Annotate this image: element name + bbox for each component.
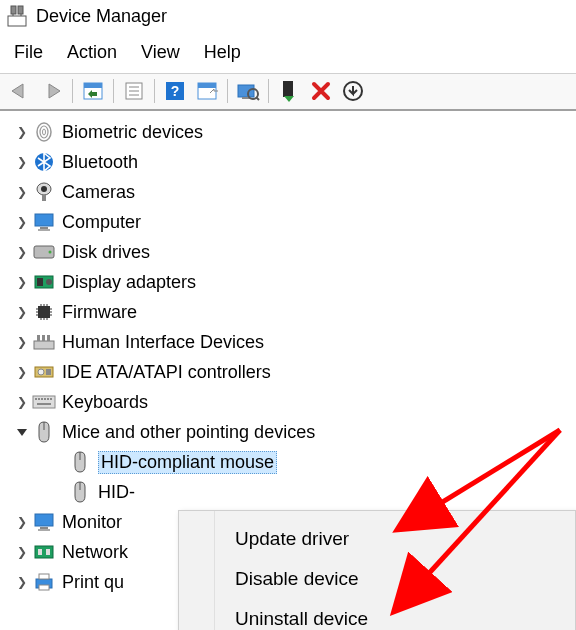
toolbar: ? <box>0 73 576 111</box>
tree-leaf-hid-mouse[interactable]: HID-compliant mouse <box>68 447 576 477</box>
tree-node-ide[interactable]: ❯ IDE ATA/ATAPI controllers <box>12 357 576 387</box>
menu-action[interactable]: Action <box>67 42 117 63</box>
mouse-icon <box>68 451 92 473</box>
svg-rect-51 <box>42 335 45 341</box>
monitor-icon <box>32 511 56 533</box>
context-menu-item-disable-device[interactable]: Disable device <box>179 559 575 599</box>
expand-icon[interactable]: ❯ <box>12 245 32 259</box>
svg-rect-59 <box>41 398 43 400</box>
tree-node-label: Biometric devices <box>62 122 203 143</box>
svg-rect-58 <box>38 398 40 400</box>
tree-node-biometric[interactable]: ❯ Biometric devices <box>12 117 576 147</box>
expand-icon[interactable]: ❯ <box>12 395 32 409</box>
collapse-icon[interactable] <box>12 426 32 438</box>
mouse-icon <box>68 481 92 503</box>
tree-node-label: Display adapters <box>62 272 196 293</box>
fingerprint-icon <box>32 121 56 143</box>
tree-node-disk[interactable]: ❯ Disk drives <box>12 237 576 267</box>
tree-node-label: Network <box>62 542 128 563</box>
tree-node-label: Monitor <box>62 512 122 533</box>
keyboard-icon <box>32 391 56 413</box>
tree-node-keyboards[interactable]: ❯ Keyboards <box>12 387 576 417</box>
svg-rect-62 <box>50 398 52 400</box>
hid-icon <box>32 331 56 353</box>
svg-rect-57 <box>35 398 37 400</box>
expand-icon[interactable]: ❯ <box>12 155 32 169</box>
toolbar-separator <box>72 79 73 103</box>
toolbar-separator <box>268 79 269 103</box>
tree-node-label: Bluetooth <box>62 152 138 173</box>
action-button[interactable] <box>193 77 221 105</box>
tree-node-label: Mice and other pointing devices <box>62 422 315 443</box>
svg-text:?: ? <box>171 83 180 99</box>
svg-point-23 <box>43 129 46 135</box>
svg-rect-6 <box>84 83 102 88</box>
update-driver-button[interactable] <box>275 77 303 105</box>
help-button[interactable]: ? <box>161 77 189 105</box>
tree-node-label: Print qu <box>62 572 124 593</box>
tree-node-label: Firmware <box>62 302 137 323</box>
svg-rect-70 <box>35 546 53 558</box>
back-button[interactable] <box>6 77 34 105</box>
svg-rect-30 <box>38 229 50 231</box>
expand-icon[interactable]: ❯ <box>12 335 32 349</box>
uninstall-device-button[interactable] <box>307 77 335 105</box>
properties-button[interactable] <box>120 77 148 105</box>
svg-rect-61 <box>47 398 49 400</box>
context-menu: Update driver Disable device Uninstall d… <box>178 510 576 630</box>
expand-icon[interactable]: ❯ <box>12 125 32 139</box>
svg-rect-15 <box>238 85 254 97</box>
tree-node-label: Disk drives <box>62 242 150 263</box>
svg-rect-28 <box>35 214 53 226</box>
svg-rect-19 <box>283 81 293 97</box>
printer-icon <box>32 571 56 593</box>
menu-file[interactable]: File <box>14 42 43 63</box>
expand-icon[interactable]: ❯ <box>12 515 32 529</box>
tree-node-label: Computer <box>62 212 141 233</box>
svg-rect-1 <box>11 6 16 14</box>
tree-node-hid[interactable]: ❯ Human Interface Devices <box>12 327 576 357</box>
svg-rect-36 <box>38 306 50 318</box>
tree-node-computer[interactable]: ❯ Computer <box>12 207 576 237</box>
svg-rect-75 <box>39 585 49 590</box>
svg-rect-67 <box>35 514 53 526</box>
tree-node-children: HID-compliant mouse HID- <box>68 447 576 507</box>
show-hidden-button[interactable] <box>79 77 107 105</box>
tree-leaf-label: HID- <box>98 482 135 503</box>
scan-hardware-button[interactable] <box>234 77 262 105</box>
context-menu-item-uninstall-device[interactable]: Uninstall device <box>179 599 575 630</box>
expand-icon[interactable]: ❯ <box>12 215 32 229</box>
tree-node-label: Keyboards <box>62 392 148 413</box>
svg-rect-29 <box>40 227 48 229</box>
tree-node-cameras[interactable]: ❯ Cameras <box>12 177 576 207</box>
expand-icon[interactable]: ❯ <box>12 575 32 589</box>
gpu-icon <box>32 271 56 293</box>
tree-leaf-label: HID-compliant mouse <box>98 451 277 474</box>
menu-view[interactable]: View <box>141 42 180 63</box>
tree-node-mice[interactable]: Mice and other pointing devices <box>12 417 576 447</box>
svg-rect-50 <box>37 335 40 341</box>
context-menu-item-update-driver[interactable]: Update driver <box>179 519 575 559</box>
tree-node-display[interactable]: ❯ Display adapters <box>12 267 576 297</box>
expand-icon[interactable]: ❯ <box>12 275 32 289</box>
svg-rect-63 <box>37 403 51 405</box>
disable-device-button[interactable] <box>339 77 367 105</box>
device-manager-icon <box>6 4 28 28</box>
tree-leaf-hid-mouse-2[interactable]: HID- <box>68 477 576 507</box>
svg-rect-49 <box>34 341 54 349</box>
svg-rect-56 <box>33 396 55 408</box>
svg-rect-52 <box>47 335 50 341</box>
expand-icon[interactable]: ❯ <box>12 545 32 559</box>
tree-node-firmware[interactable]: ❯ Firmware <box>12 297 576 327</box>
expand-icon[interactable]: ❯ <box>12 185 32 199</box>
tree-node-bluetooth[interactable]: ❯ Bluetooth <box>12 147 576 177</box>
expand-icon[interactable]: ❯ <box>12 365 32 379</box>
forward-button[interactable] <box>38 77 66 105</box>
svg-point-35 <box>46 279 52 285</box>
expand-icon[interactable]: ❯ <box>12 305 32 319</box>
svg-rect-0 <box>8 16 26 26</box>
svg-rect-14 <box>198 83 216 88</box>
menu-help[interactable]: Help <box>204 42 241 63</box>
svg-rect-68 <box>40 527 48 529</box>
svg-rect-69 <box>38 529 50 531</box>
